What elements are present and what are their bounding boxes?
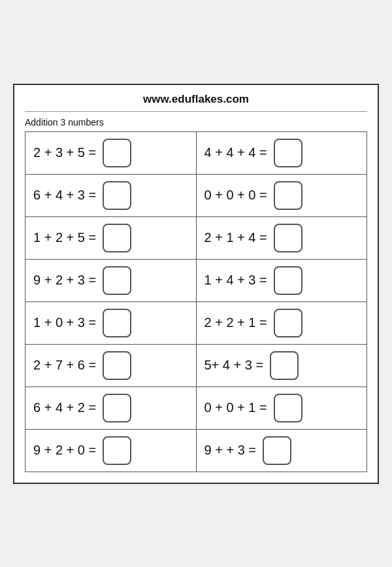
equation-text: 1 + 2 + 5 = [33, 230, 96, 245]
cell-r0-c0: 2 + 3 + 5 = [25, 132, 197, 174]
answer-box[interactable] [103, 224, 131, 252]
cell-r2-c1: 2 + 1 + 4 = [197, 217, 367, 259]
equation-text: 2 + 1 + 4 = [204, 230, 267, 245]
cell-r3-c0: 9 + 2 + 3 = [25, 260, 197, 301]
equation-text: 2 + 3 + 5 = [33, 145, 96, 160]
answer-box[interactable] [274, 309, 302, 337]
cell-r5-c0: 2 + 7 + 6 = [25, 345, 197, 387]
cell-r0-c1: 4 + 4 + 4 = [197, 132, 367, 174]
equation-text: 2 + 7 + 6 = [33, 358, 96, 373]
equation-text: 0 + 0 + 0 = [204, 188, 267, 203]
answer-box[interactable] [103, 309, 131, 337]
cell-r1-c0: 6 + 4 + 3 = [25, 175, 197, 216]
equation-text: 1 + 4 + 3 = [204, 273, 267, 288]
cell-r6-c1: 0 + 0 + 1 = [197, 387, 367, 429]
equation-text: 1 + 0 + 3 = [33, 315, 96, 330]
equation-text: 2 + 2 + 1 = [204, 315, 267, 330]
cell-r4-c1: 2 + 2 + 1 = [197, 302, 367, 344]
worksheet-grid: 2 + 3 + 5 =4 + 4 + 4 =6 + 4 + 3 =0 + 0 +… [25, 131, 367, 472]
answer-box[interactable] [274, 266, 302, 295]
answer-box[interactable] [270, 351, 299, 380]
equation-text: 4 + 4 + 4 = [204, 145, 267, 160]
equation-text: 6 + 4 + 2 = [33, 400, 96, 415]
equation-text: 9 + + 3 = [204, 443, 257, 458]
answer-box[interactable] [274, 224, 302, 252]
cell-r7-c1: 9 + + 3 = [197, 430, 367, 472]
answer-box[interactable] [103, 436, 131, 465]
cell-r1-c1: 0 + 0 + 0 = [197, 175, 367, 216]
worksheet-row: 2 + 3 + 5 =4 + 4 + 4 = [25, 132, 367, 175]
worksheet-subtitle: Addition 3 numbers [25, 117, 367, 128]
equation-text: 9 + 2 + 0 = [33, 443, 96, 458]
answer-box[interactable] [274, 181, 302, 210]
worksheet-row: 6 + 4 + 2 =0 + 0 + 1 = [25, 387, 367, 430]
equation-text: 0 + 0 + 1 = [204, 400, 267, 415]
cell-r3-c1: 1 + 4 + 3 = [197, 260, 367, 301]
answer-box[interactable] [103, 351, 131, 380]
site-header: www.eduflakes.com [25, 93, 367, 112]
worksheet-page: www.eduflakes.com Addition 3 numbers 2 +… [13, 84, 379, 484]
cell-r5-c1: 5+ 4 + 3 = [197, 345, 367, 387]
answer-box[interactable] [274, 394, 302, 422]
answer-box[interactable] [263, 436, 291, 465]
worksheet-row: 2 + 7 + 6 =5+ 4 + 3 = [25, 345, 367, 387]
cell-r4-c0: 1 + 0 + 3 = [25, 302, 197, 344]
answer-box[interactable] [274, 139, 302, 167]
answer-box[interactable] [103, 139, 131, 167]
cell-r7-c0: 9 + 2 + 0 = [25, 430, 197, 472]
worksheet-row: 6 + 4 + 3 =0 + 0 + 0 = [25, 175, 367, 217]
equation-text: 6 + 4 + 3 = [33, 188, 96, 203]
answer-box[interactable] [103, 394, 131, 422]
worksheet-row: 1 + 0 + 3 =2 + 2 + 1 = [25, 302, 367, 345]
equation-text: 9 + 2 + 3 = [33, 273, 96, 288]
cell-r2-c0: 1 + 2 + 5 = [25, 217, 197, 259]
worksheet-row: 1 + 2 + 5 =2 + 1 + 4 = [25, 217, 367, 260]
answer-box[interactable] [103, 266, 131, 295]
answer-box[interactable] [103, 181, 131, 210]
equation-text: 5+ 4 + 3 = [204, 358, 264, 373]
cell-r6-c0: 6 + 4 + 2 = [25, 387, 197, 429]
worksheet-row: 9 + 2 + 0 =9 + + 3 = [25, 430, 367, 472]
worksheet-row: 9 + 2 + 3 =1 + 4 + 3 = [25, 260, 367, 302]
